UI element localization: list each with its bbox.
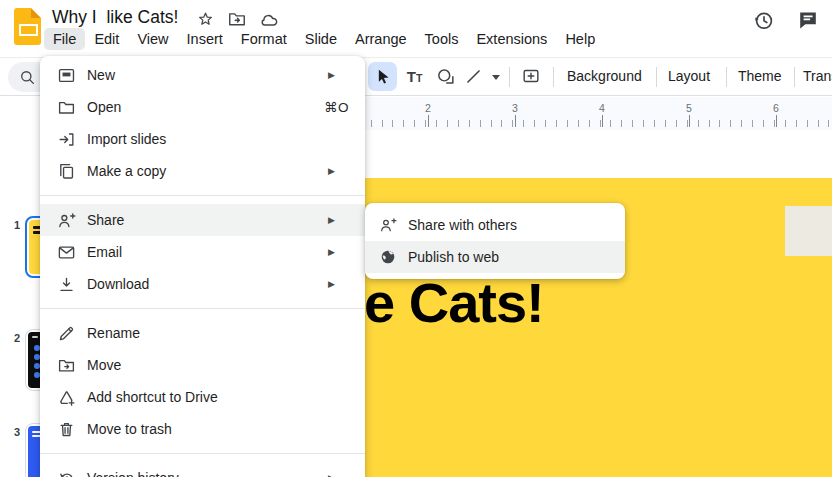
google-slides-window: e Cats! 2 3 4 5 6 1 2 3 [0, 0, 832, 477]
line-tool-button[interactable] [461, 62, 486, 91]
menu-edit[interactable]: Edit [85, 28, 128, 50]
select-tool-button[interactable] [368, 62, 397, 91]
slides-logo-icon[interactable] [14, 8, 41, 45]
menu-item-move[interactable]: Move [40, 349, 365, 381]
ruler-label: 4 [599, 102, 605, 114]
layout-button[interactable]: Layout [668, 68, 710, 84]
shape-tool-button[interactable] [432, 62, 459, 91]
menu-item-email[interactable]: Email ▶ [40, 236, 365, 268]
ruler-label: 2 [425, 102, 431, 114]
transition-button[interactable]: Transition [803, 68, 832, 84]
menu-bar: File Edit View Insert Format Slide Arran… [44, 28, 604, 50]
menu-file[interactable]: File [44, 28, 85, 50]
toolbar-separator [509, 67, 510, 87]
line-tool-dropdown-caret[interactable] [492, 75, 500, 80]
menu-tools[interactable]: Tools [416, 28, 468, 50]
menu-item-version-history[interactable]: Version history ▶ [40, 462, 365, 477]
submenu-arrow-icon: ▶ [328, 279, 335, 289]
slide-image-block[interactable] [785, 206, 832, 256]
menu-item-label: Email [87, 244, 328, 260]
submenu-arrow-icon: ▶ [328, 215, 335, 225]
insert-comment-button[interactable] [516, 62, 545, 91]
menu-item-label: New [87, 67, 328, 83]
open-folder-icon [57, 98, 76, 117]
menu-help[interactable]: Help [556, 28, 604, 50]
file-menu: New ▶ Open ⌘O Import slides Make a copy … [40, 56, 365, 477]
menu-item-share[interactable]: Share ▶ [40, 204, 365, 236]
menu-item-rename[interactable]: Rename [40, 317, 365, 349]
menu-divider [40, 195, 365, 196]
ruler-major-tick [515, 115, 516, 127]
ruler-label: 3 [512, 102, 518, 114]
slides-logo-bar [19, 24, 38, 36]
toolbar-separator [726, 67, 727, 87]
background-button[interactable]: Background [567, 68, 642, 84]
move-to-folder-icon[interactable] [227, 9, 247, 29]
person-add-icon [57, 211, 76, 230]
menu-slide[interactable]: Slide [296, 28, 346, 50]
comments-icon[interactable] [796, 8, 820, 32]
star-icon[interactable] [195, 9, 215, 29]
globe-icon [379, 248, 397, 266]
menu-view[interactable]: View [128, 28, 177, 50]
cursor-icon [373, 67, 393, 87]
slide-number: 2 [4, 332, 20, 344]
text-box-tool-button[interactable]: TT [401, 62, 428, 91]
menu-item-label: Share [87, 212, 328, 228]
menu-format[interactable]: Format [232, 28, 296, 50]
menu-divider [40, 453, 365, 454]
menu-item-make-a-copy[interactable]: Make a copy ▶ [40, 155, 365, 187]
theme-button[interactable]: Theme [738, 68, 782, 84]
import-slides-icon [57, 130, 76, 149]
menu-item-label: Move to trash [87, 421, 349, 437]
ruler-major-tick [602, 115, 603, 127]
menu-extensions[interactable]: Extensions [467, 28, 556, 50]
menu-item-move-to-trash[interactable]: Move to trash [40, 413, 365, 445]
ruler-label: 6 [773, 102, 779, 114]
toolbar-separator [656, 67, 657, 87]
title-bar: Why I like Cats! File Edit View Insert F… [0, 0, 832, 57]
submenu-arrow-icon: ▶ [328, 166, 335, 176]
download-icon [57, 275, 76, 294]
menu-item-label: Version history [87, 470, 328, 477]
shape-icon [435, 66, 456, 87]
menu-item-label: Add shortcut to Drive [87, 389, 349, 405]
menu-divider [40, 308, 365, 309]
menu-item-download[interactable]: Download ▶ [40, 268, 365, 300]
ruler-major-tick [428, 115, 429, 127]
menu-item-import-slides[interactable]: Import slides [40, 123, 365, 155]
submenu-arrow-icon: ▶ [328, 70, 335, 80]
thumb-text-mark [32, 336, 38, 338]
submenu-arrow-icon: ▶ [328, 473, 335, 477]
line-icon [464, 67, 483, 86]
ruler-label: 5 [686, 102, 692, 114]
toolbar-separator [553, 67, 554, 87]
rename-pencil-icon [57, 324, 76, 343]
menu-item-label: Make a copy [87, 163, 328, 179]
submenu-item-label: Share with others [408, 217, 517, 233]
menu-insert[interactable]: Insert [178, 28, 232, 50]
drive-add-icon [57, 388, 76, 407]
menu-item-new[interactable]: New ▶ [40, 59, 365, 91]
menu-item-open[interactable]: Open ⌘O [40, 91, 365, 123]
copy-icon [57, 162, 76, 181]
submenu-item-publish-to-web[interactable]: Publish to web [365, 241, 625, 273]
ruler-major-tick [776, 115, 777, 127]
cloud-status-icon[interactable] [259, 9, 279, 29]
email-icon [57, 243, 76, 262]
search-icon [18, 68, 37, 87]
version-history-icon[interactable] [751, 8, 775, 32]
document-title[interactable]: Why I like Cats! [52, 7, 178, 28]
submenu-arrow-icon: ▶ [328, 247, 335, 257]
move-folder-icon [57, 356, 76, 375]
slide-number: 1 [4, 219, 20, 231]
menu-item-add-shortcut-to-drive[interactable]: Add shortcut to Drive [40, 381, 365, 413]
ruler-major-tick [689, 115, 690, 127]
submenu-item-share-with-others[interactable]: Share with others [365, 209, 625, 241]
toolbar-separator [794, 67, 795, 87]
menu-arrange[interactable]: Arrange [346, 28, 416, 50]
slide-title-text[interactable]: e Cats! [364, 275, 544, 331]
menu-item-label: Download [87, 276, 328, 292]
menu-item-label: Move [87, 357, 349, 373]
shortcut-label: ⌘O [324, 99, 349, 115]
